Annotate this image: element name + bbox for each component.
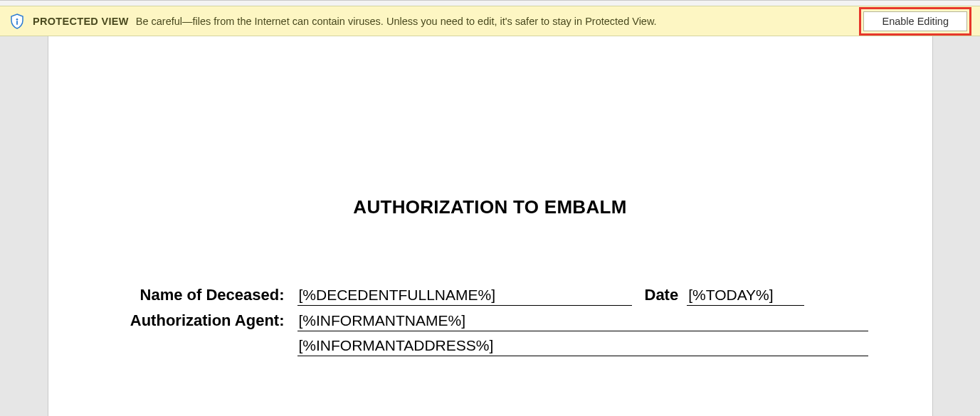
form-row-address: [%INFORMANTADDRESS%]: [112, 337, 868, 356]
protected-view-bar: PROTECTED VIEW Be careful—files from the…: [0, 6, 980, 36]
document-canvas: AUTHORIZATION TO EMBALM Name of Deceased…: [0, 36, 980, 416]
name-of-deceased-value: [%DECEDENTFULLNAME%]: [297, 287, 632, 306]
enable-editing-button[interactable]: Enable Editing: [863, 11, 967, 31]
form-row-agent: Authorization Agent: [%INFORMANTNAME%]: [112, 311, 868, 331]
protected-view-label: PROTECTED VIEW: [33, 16, 129, 27]
svg-rect-1: [16, 21, 18, 25]
authorization-agent-value: [%INFORMANTNAME%]: [297, 312, 868, 331]
svg-point-0: [16, 18, 19, 20]
date-label: Date: [632, 286, 687, 304]
document-title: AUTHORIZATION TO EMBALM: [112, 36, 868, 218]
authorization-agent-label: Authorization Agent:: [112, 311, 297, 330]
deceased-value-wrap: [%DECEDENTFULLNAME%] Date [%TODAY%]: [297, 286, 868, 306]
enable-editing-highlight: Enable Editing: [859, 7, 971, 36]
agent-value-wrap: [%INFORMANTNAME%]: [297, 312, 868, 331]
form-row-deceased: Name of Deceased: [%DECEDENTFULLNAME%] D…: [112, 286, 868, 306]
name-of-deceased-label: Name of Deceased:: [112, 286, 297, 304]
shield-icon: [9, 13, 26, 30]
ribbon-border: [0, 0, 980, 6]
authorization-agent-address: [%INFORMANTADDRESS%]: [297, 337, 868, 356]
protected-view-message: Be careful—files from the Internet can c…: [136, 16, 851, 27]
document-page: AUTHORIZATION TO EMBALM Name of Deceased…: [48, 36, 933, 416]
address-value-wrap: [%INFORMANTADDRESS%]: [297, 337, 868, 356]
date-value: [%TODAY%]: [687, 287, 804, 306]
